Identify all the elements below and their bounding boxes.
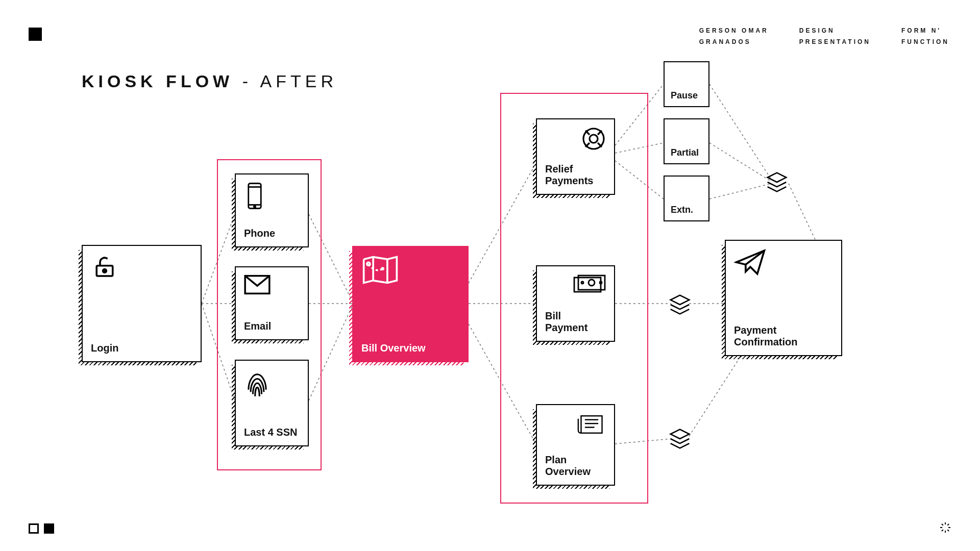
- node-phone: Phone: [235, 173, 309, 247]
- node-extn-label: Extn.: [671, 205, 693, 215]
- footer-solid-square: [44, 523, 54, 534]
- svg-line-12: [709, 84, 771, 179]
- diagram-canvas: Login Phone Email: [0, 0, 980, 551]
- node-pause: Pause: [664, 61, 709, 107]
- node-ssn-label: Last 4 SSN: [244, 427, 297, 438]
- svg-point-31: [590, 135, 598, 143]
- node-plan-overview: PlanOverview: [536, 404, 615, 486]
- node-relief-label: ReliefPayments: [545, 163, 594, 187]
- svg-point-25: [254, 206, 255, 207]
- smartphone-icon: [244, 182, 265, 213]
- node-plan-overview-label: PlanOverview: [545, 454, 591, 478]
- paper-plane-icon: [734, 248, 767, 279]
- footer-open-square: [29, 523, 39, 534]
- layers-icon: [669, 428, 689, 448]
- node-extn: Extn.: [664, 176, 709, 221]
- svg-rect-41: [581, 416, 602, 433]
- svg-line-14: [709, 184, 771, 199]
- map-icon: [361, 254, 399, 288]
- layers-icon: [669, 293, 689, 314]
- svg-point-39: [581, 282, 583, 284]
- svg-line-56: [942, 530, 943, 531]
- node-ssn: Last 4 SSN: [235, 360, 309, 446]
- node-bill-overview-label: Bill Overview: [361, 342, 426, 354]
- layers-icon: [766, 171, 786, 191]
- svg-line-54: [942, 524, 943, 525]
- fingerprint-icon: [244, 368, 271, 401]
- node-bill-overview: Bill Overview: [352, 246, 469, 362]
- blueprint-icon: [577, 412, 606, 439]
- svg-point-21: [103, 269, 107, 273]
- svg-line-19: [689, 357, 740, 436]
- node-partial: Partial: [664, 118, 709, 164]
- node-phone-label: Phone: [244, 228, 275, 239]
- node-relief-payments: ReliefPayments: [536, 118, 615, 195]
- node-email: Email: [235, 266, 309, 340]
- footer-marks: [29, 523, 54, 534]
- svg-line-57: [947, 524, 949, 525]
- svg-line-13: [709, 143, 771, 181]
- loading-icon: [939, 521, 951, 534]
- svg-point-38: [589, 280, 595, 286]
- life-ring-icon: [581, 127, 606, 154]
- node-confirmation-label: PaymentConfirmation: [734, 324, 797, 348]
- node-login-label: Login: [91, 342, 118, 354]
- node-bill-payment-label: BillPayment: [545, 310, 587, 334]
- svg-line-55: [947, 530, 949, 531]
- svg-marker-45: [768, 173, 787, 182]
- lock-open-icon: [91, 253, 118, 283]
- node-bill-payment: BillPayment: [536, 265, 615, 342]
- envelope-icon: [244, 274, 271, 297]
- node-partial-label: Partial: [671, 147, 699, 158]
- svg-marker-46: [671, 295, 690, 305]
- node-email-label: Email: [244, 320, 271, 332]
- node-payment-confirmation: PaymentConfirmation: [725, 240, 842, 356]
- node-login: Login: [82, 245, 202, 362]
- cash-icon: [573, 273, 606, 296]
- node-pause-label: Pause: [671, 90, 698, 101]
- svg-marker-47: [671, 430, 690, 439]
